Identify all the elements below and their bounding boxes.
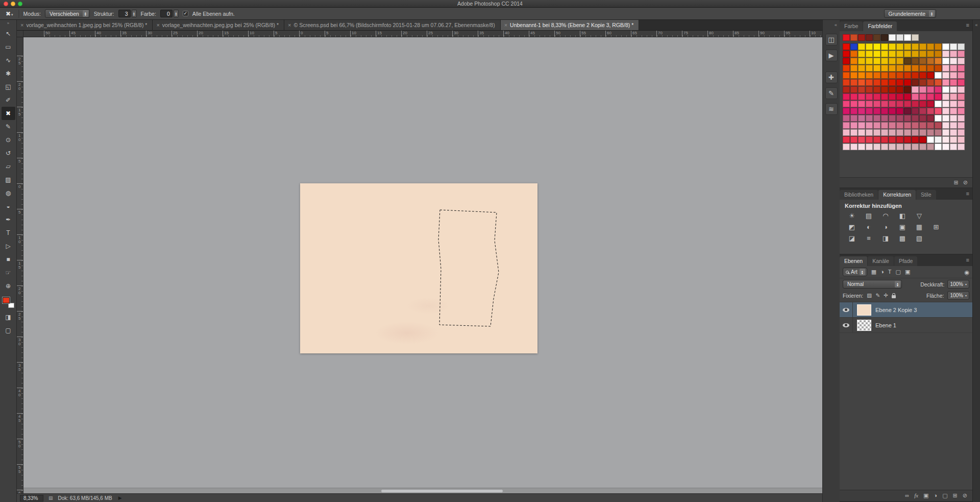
selective-color-icon[interactable]: ▩ bbox=[897, 234, 908, 243]
swatch[interactable] bbox=[850, 144, 857, 150]
layer-thumbnail[interactable] bbox=[857, 304, 871, 316]
swatch[interactable] bbox=[873, 86, 880, 93]
swatch[interactable] bbox=[927, 144, 934, 150]
document-tab[interactable]: ×Unbenannt-1 bei 8,33% (Ebene 2 Kopie 3,… bbox=[501, 20, 640, 30]
swatch[interactable] bbox=[866, 129, 873, 136]
swatch[interactable] bbox=[950, 122, 957, 129]
panel-tab-farbfelder[interactable]: Farbfelder bbox=[863, 21, 897, 31]
swatch[interactable] bbox=[889, 122, 896, 129]
panel-tab-bibliotheken[interactable]: Bibliotheken bbox=[840, 190, 878, 200]
swatch[interactable] bbox=[843, 58, 850, 64]
swatch[interactable] bbox=[843, 108, 850, 114]
eyedropper-tool[interactable]: ✐ bbox=[2, 93, 15, 107]
swatch[interactable] bbox=[881, 122, 888, 129]
swatch[interactable] bbox=[843, 136, 850, 143]
swatch[interactable] bbox=[927, 65, 934, 71]
swatch[interactable] bbox=[858, 144, 865, 150]
swatch[interactable] bbox=[889, 129, 896, 136]
swatch[interactable] bbox=[881, 51, 888, 57]
horizontal-scrollbar[interactable] bbox=[23, 488, 822, 493]
swatch[interactable] bbox=[904, 129, 911, 136]
vibrance-icon[interactable]: ▽ bbox=[914, 211, 924, 221]
swatch[interactable] bbox=[904, 72, 911, 79]
swatch[interactable] bbox=[958, 144, 965, 150]
swatch[interactable] bbox=[896, 79, 903, 86]
swatch[interactable] bbox=[950, 108, 957, 114]
swatch[interactable] bbox=[881, 101, 888, 107]
swatch[interactable] bbox=[912, 79, 919, 86]
swatch[interactable] bbox=[881, 58, 888, 64]
swatch[interactable] bbox=[935, 129, 942, 136]
swatch[interactable] bbox=[912, 115, 919, 122]
blend-mode-select[interactable]: Normal ▴ ▾ bbox=[843, 280, 902, 289]
swatch[interactable] bbox=[919, 86, 926, 93]
swatch[interactable] bbox=[927, 136, 934, 143]
swatch[interactable] bbox=[873, 58, 880, 64]
swatch[interactable] bbox=[866, 79, 873, 86]
swatch[interactable] bbox=[958, 51, 965, 57]
panel-tab-korrekturen[interactable]: Korrekturen bbox=[878, 190, 916, 200]
swatch[interactable] bbox=[942, 108, 949, 114]
swatch[interactable] bbox=[935, 101, 942, 107]
swatch[interactable] bbox=[958, 129, 965, 136]
swatch[interactable] bbox=[912, 93, 919, 100]
swatch[interactable] bbox=[904, 65, 911, 71]
swatch[interactable] bbox=[858, 65, 865, 71]
swatch[interactable] bbox=[958, 115, 965, 122]
swatch[interactable] bbox=[866, 58, 873, 64]
swatch[interactable] bbox=[858, 86, 865, 93]
swatch[interactable] bbox=[889, 51, 896, 57]
swatch[interactable] bbox=[942, 58, 949, 64]
tab-close-icon[interactable]: × bbox=[288, 22, 291, 28]
swatch[interactable] bbox=[904, 51, 911, 57]
swatch[interactable] bbox=[873, 108, 880, 114]
swatch[interactable] bbox=[912, 101, 919, 107]
swatch[interactable] bbox=[850, 34, 857, 41]
document-tab[interactable]: ×© Screens.psd bei 66,7% (Bildschirmfoto… bbox=[284, 20, 501, 30]
swatch[interactable] bbox=[843, 115, 850, 122]
farbe-value[interactable]: 0 bbox=[160, 10, 173, 17]
channel-mixer-icon[interactable]: ▦ bbox=[914, 223, 924, 232]
swatch[interactable] bbox=[850, 93, 857, 100]
swatch[interactable] bbox=[919, 101, 926, 107]
zoom-level-field[interactable]: 8,33% bbox=[20, 495, 43, 501]
swatch[interactable] bbox=[919, 51, 926, 57]
swatch[interactable] bbox=[919, 79, 926, 86]
swatch[interactable] bbox=[958, 101, 965, 107]
swatch[interactable] bbox=[896, 101, 903, 107]
swatch[interactable] bbox=[889, 101, 896, 107]
collapsed-panel-pair-icon[interactable]: ◫ bbox=[825, 34, 838, 45]
rectangular-marquee-tool[interactable]: ▭ bbox=[2, 40, 15, 54]
swatch[interactable] bbox=[927, 101, 934, 107]
swatch[interactable] bbox=[850, 51, 857, 57]
swatch[interactable] bbox=[873, 129, 880, 136]
blur-tool[interactable]: ◍ bbox=[2, 186, 15, 200]
swatch[interactable] bbox=[858, 93, 865, 100]
swatch[interactable] bbox=[912, 122, 919, 129]
lasso-tool[interactable]: ∿ bbox=[2, 54, 15, 67]
swatch[interactable] bbox=[942, 43, 949, 50]
type-tool[interactable]: T bbox=[2, 226, 15, 240]
swatch[interactable] bbox=[935, 43, 942, 50]
swatch[interactable] bbox=[881, 115, 888, 122]
filter-pixel-layers-icon[interactable]: ▦ bbox=[871, 269, 876, 275]
layer-effects-icon[interactable]: fx bbox=[914, 493, 918, 498]
swatch[interactable] bbox=[873, 122, 880, 129]
swatch[interactable] bbox=[850, 65, 857, 71]
expand-panels-icon[interactable]: « bbox=[835, 22, 837, 28]
swatch[interactable] bbox=[950, 115, 957, 122]
swatch[interactable] bbox=[873, 72, 880, 79]
status-popup-arrow-icon[interactable]: ▶ bbox=[118, 495, 122, 500]
swatch[interactable] bbox=[958, 65, 965, 71]
swatch[interactable] bbox=[935, 122, 942, 129]
black-white-icon[interactable]: ◑ bbox=[880, 223, 891, 232]
swatch[interactable] bbox=[866, 122, 873, 129]
swatch[interactable] bbox=[843, 144, 850, 150]
new-layer-icon[interactable]: ⊞ bbox=[953, 493, 958, 498]
swatch[interactable] bbox=[942, 86, 949, 93]
swatch[interactable] bbox=[858, 101, 865, 107]
swatch[interactable] bbox=[866, 34, 873, 41]
swatch[interactable] bbox=[850, 43, 857, 50]
swatch[interactable] bbox=[904, 34, 911, 41]
swatch[interactable] bbox=[866, 108, 873, 114]
